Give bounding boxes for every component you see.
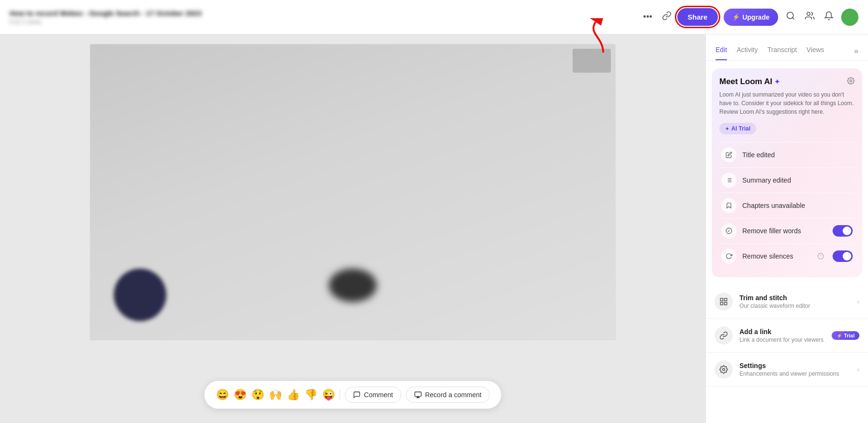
header-actions: ••• Share Upgrade [640, 8, 858, 26]
svg-rect-17 [720, 303, 723, 305]
trim-stitch-content: Trim and stitch Our classic waveform edi… [739, 294, 850, 309]
page-title: How to record Webex - Google Search - 17… [10, 9, 640, 17]
bottom-toolbar: 😄 😍 😲 🙌 👍 👎 😜 Comment Record a comment [205, 381, 501, 409]
svg-rect-16 [725, 303, 727, 305]
toolbar-divider [340, 389, 340, 401]
emoji-thumbsup-button[interactable]: 👍 [287, 389, 300, 401]
settings-item-icon [715, 360, 733, 379]
summary-edited-icon [721, 173, 737, 188]
chapters-label: Chapters unavailable [742, 202, 853, 209]
title-edited-icon [721, 147, 737, 163]
settings-chevron: › [857, 366, 859, 373]
chapters-icon [721, 198, 737, 213]
avatar[interactable] [841, 9, 858, 26]
team-button[interactable] [803, 9, 816, 25]
record-comment-button[interactable]: Record a comment [406, 387, 489, 403]
trim-stitch-chevron: › [857, 298, 859, 305]
svg-point-5 [850, 80, 852, 82]
svg-rect-15 [725, 298, 727, 301]
more-button[interactable]: ••• [640, 10, 656, 24]
tab-views[interactable]: Views [806, 42, 824, 60]
add-link-trial-badge[interactable]: Trial [832, 331, 859, 340]
trim-stitch-desc: Our classic waveform editor [739, 303, 850, 309]
sidebar-expand-button[interactable]: » [854, 47, 858, 55]
ai-item-summary[interactable]: Summary edited [719, 167, 855, 193]
silences-label: Remove silences [742, 252, 812, 260]
header-title-area: How to record Webex - Google Search - 17… [10, 9, 640, 25]
video-player[interactable] [90, 44, 616, 340]
search-button[interactable] [784, 9, 797, 25]
emoji-raise-button[interactable]: 🙌 [269, 389, 282, 401]
comment-label: Comment [364, 391, 393, 399]
record-icon [414, 391, 422, 399]
add-link-title: Add a link [739, 328, 825, 336]
title-edited-label: Title edited [742, 151, 853, 159]
video-dark-element [329, 269, 377, 302]
emoji-thumbsdown-button[interactable]: 👎 [304, 389, 317, 401]
ai-plus-icon: ✦ [774, 78, 780, 86]
copy-link-button[interactable] [662, 11, 672, 23]
tab-transcript[interactable]: Transcript [767, 42, 797, 60]
ai-item-silences[interactable]: Remove silences [719, 243, 855, 269]
ai-item-filler-words[interactable]: Remove filler words [719, 218, 855, 243]
settings-content: Settings Enhancements and viewer permiss… [739, 362, 850, 377]
ai-item-chapters: Chapters unavailable [719, 193, 855, 218]
emoji-happy-button[interactable]: 😄 [216, 389, 229, 401]
trim-stitch-item[interactable]: Trim and stitch Our classic waveform edi… [706, 285, 868, 319]
main-layout: 😄 😍 😲 🙌 👍 👎 😜 Comment Record a comment [0, 34, 868, 423]
add-link-icon [715, 326, 733, 345]
settings-desc: Enhancements and viewer permissions [739, 370, 850, 377]
video-area: 😄 😍 😲 🙌 👍 👎 😜 Comment Record a comment [0, 34, 705, 423]
loom-ai-settings-button[interactable] [847, 77, 855, 87]
svg-point-0 [787, 12, 793, 19]
share-button[interactable]: Share [677, 8, 718, 26]
filler-words-label: Remove filler words [742, 227, 827, 235]
settings-gear-icon [847, 77, 855, 85]
silences-toggle[interactable] [833, 250, 853, 262]
svg-point-18 [723, 369, 725, 371]
video-overlay-top-right [573, 49, 611, 73]
loom-ai-card: Meet Loom AI ✦ Loom AI just summarized y… [712, 68, 862, 277]
settings-title: Settings [739, 362, 850, 369]
summary-edited-label: Summary edited [742, 176, 853, 184]
add-link-desc: Link a document for your viewers [739, 336, 825, 343]
header: How to record Webex - Google Search - 17… [0, 0, 868, 34]
trim-stitch-icon [715, 293, 733, 311]
loom-ai-description: Loom AI just summarized your video so yo… [719, 90, 855, 116]
emoji-wow-button[interactable]: 😲 [251, 389, 264, 401]
ai-trial-badge[interactable]: AI Trial [719, 123, 756, 134]
svg-rect-14 [720, 298, 723, 301]
emoji-love-button[interactable]: 😍 [234, 389, 247, 401]
comment-icon [353, 391, 361, 399]
record-comment-label: Record a comment [425, 391, 481, 399]
add-link-content: Add a link Link a document for your view… [739, 328, 825, 343]
svg-point-1 [807, 12, 810, 16]
filler-words-toggle[interactable] [833, 225, 853, 237]
notifications-button[interactable] [822, 9, 835, 25]
loom-ai-title: Meet Loom AI ✦ [719, 77, 780, 87]
silences-icon [721, 249, 737, 264]
ai-item-title[interactable]: Title edited [719, 142, 855, 167]
page-meta: 5:42 3 views [10, 19, 640, 25]
tab-activity[interactable]: Activity [737, 42, 758, 60]
silences-info-icon [817, 253, 824, 260]
loom-ai-header: Meet Loom AI ✦ [719, 77, 855, 87]
sidebar-tabs: Edit Activity Transcript Views » [706, 34, 868, 61]
add-link-item[interactable]: Add a link Link a document for your view… [706, 319, 868, 353]
video-avatar-element [114, 269, 166, 321]
svg-rect-3 [415, 392, 421, 396]
comment-button[interactable]: Comment [345, 387, 401, 403]
emoji-wink-button[interactable]: 😜 [322, 389, 335, 401]
filler-words-icon [721, 223, 737, 239]
settings-item[interactable]: Settings Enhancements and viewer permiss… [706, 353, 868, 387]
trim-stitch-title: Trim and stitch [739, 294, 850, 302]
tab-edit[interactable]: Edit [716, 42, 727, 60]
upgrade-button[interactable]: Upgrade [724, 9, 778, 26]
right-sidebar: Edit Activity Transcript Views » Meet Lo… [705, 34, 868, 423]
